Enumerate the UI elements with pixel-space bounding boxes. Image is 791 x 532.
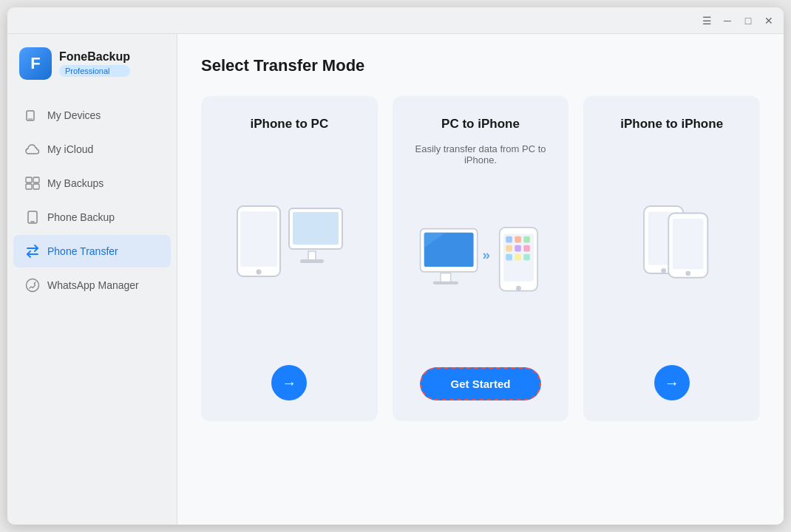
page-title: Select Transfer Mode bbox=[201, 56, 760, 75]
svg-marker-16 bbox=[308, 251, 316, 260]
close-button[interactable]: ✕ bbox=[763, 15, 775, 27]
sidebar-item-my-devices[interactable]: My Devices bbox=[13, 99, 171, 132]
iphone-to-iphone-title: iPhone to iPhone bbox=[620, 117, 723, 132]
sidebar-item-phone-backup[interactable]: Phone Backup bbox=[13, 201, 171, 233]
iphone-to-iphone-illustration bbox=[598, 143, 745, 350]
sidebar-item-label: WhatsApp Manager bbox=[47, 279, 139, 291]
sidebar-item-label: My Devices bbox=[47, 109, 101, 121]
iphone-to-iphone-card: iPhone to iPhone bbox=[583, 96, 760, 421]
svg-rect-31 bbox=[523, 245, 530, 251]
device-icon bbox=[25, 108, 40, 123]
menu-icon: ☰ bbox=[702, 15, 712, 27]
iphone-to-pc-button[interactable]: → bbox=[271, 365, 307, 400]
minimize-button[interactable]: ─ bbox=[722, 15, 733, 27]
whatsapp-icon bbox=[25, 278, 40, 293]
svg-rect-26 bbox=[506, 236, 512, 242]
svg-rect-29 bbox=[506, 245, 512, 251]
svg-marker-21 bbox=[441, 273, 451, 282]
pc-to-iphone-title: PC to iPhone bbox=[441, 117, 520, 132]
svg-rect-34 bbox=[523, 253, 530, 260]
backups-icon bbox=[25, 176, 40, 191]
pc-to-iphone-subtitle: Easily transfer data from PC to iPhone. bbox=[407, 143, 554, 166]
svg-rect-17 bbox=[300, 259, 324, 263]
app-name-block: FoneBackup Professional bbox=[59, 50, 130, 77]
sidebar: F FoneBackup Professional My Devi bbox=[7, 34, 177, 525]
svg-rect-32 bbox=[506, 253, 512, 260]
pc-to-iphone-illustration: » bbox=[407, 180, 554, 352]
arrow-right-icon: → bbox=[282, 375, 296, 392]
close-icon: ✕ bbox=[764, 15, 773, 27]
menu-button[interactable]: ☰ bbox=[701, 15, 713, 27]
sidebar-item-label: Phone Transfer bbox=[47, 245, 118, 257]
svg-text:»: » bbox=[483, 246, 490, 262]
maximize-button[interactable]: □ bbox=[742, 15, 754, 27]
sidebar-header: F FoneBackup Professional bbox=[7, 34, 177, 92]
app-badge: Professional bbox=[59, 65, 130, 77]
app-logo: F bbox=[19, 47, 52, 80]
svg-rect-30 bbox=[515, 245, 521, 251]
svg-rect-27 bbox=[515, 236, 521, 242]
sidebar-item-label: Phone Backup bbox=[47, 211, 115, 223]
sidebar-item-whatsapp-manager[interactable]: WhatsApp Manager bbox=[13, 269, 171, 301]
minimize-icon: ─ bbox=[724, 15, 731, 27]
sidebar-item-label: My iCloud bbox=[47, 143, 93, 155]
svg-rect-3 bbox=[26, 184, 32, 189]
app-name: FoneBackup bbox=[59, 50, 130, 64]
sidebar-nav: My Devices My iCloud bbox=[7, 92, 177, 525]
main-layout: F FoneBackup Professional My Devi bbox=[7, 34, 784, 525]
logo-letter: F bbox=[30, 54, 40, 73]
sidebar-item-phone-transfer[interactable]: Phone Transfer bbox=[13, 235, 171, 267]
svg-rect-4 bbox=[33, 177, 39, 183]
svg-rect-2 bbox=[26, 177, 32, 183]
cloud-icon bbox=[25, 142, 40, 157]
get-started-button[interactable]: Get Started bbox=[420, 367, 542, 400]
svg-point-41 bbox=[685, 271, 690, 276]
arrow-right-icon: → bbox=[665, 375, 679, 392]
cards-row: iPhone to PC bbox=[201, 96, 760, 421]
svg-rect-15 bbox=[293, 212, 339, 245]
iphone-to-pc-illustration bbox=[216, 143, 363, 350]
iphone-to-pc-card: iPhone to PC bbox=[201, 96, 378, 421]
sidebar-item-my-backups[interactable]: My Backups bbox=[13, 167, 171, 200]
svg-point-10 bbox=[27, 279, 39, 292]
svg-rect-5 bbox=[33, 184, 39, 189]
svg-rect-40 bbox=[673, 219, 704, 269]
title-bar: ☰ ─ □ ✕ bbox=[7, 7, 784, 34]
content-area: Select Transfer Mode iPhone to PC bbox=[177, 34, 784, 525]
svg-rect-22 bbox=[433, 281, 458, 284]
iphone-to-pc-title: iPhone to PC bbox=[250, 117, 328, 132]
maximize-icon: □ bbox=[745, 15, 751, 27]
pc-to-iphone-card: PC to iPhone Easily transfer data from P… bbox=[393, 96, 569, 421]
svg-point-38 bbox=[661, 268, 666, 273]
svg-rect-12 bbox=[240, 211, 277, 267]
iphone-to-iphone-button[interactable]: → bbox=[654, 365, 690, 400]
backup-icon bbox=[25, 210, 40, 225]
svg-rect-33 bbox=[515, 253, 521, 260]
sidebar-item-my-icloud[interactable]: My iCloud bbox=[13, 133, 171, 166]
svg-rect-28 bbox=[523, 236, 530, 242]
svg-point-13 bbox=[257, 270, 262, 275]
app-window: ☰ ─ □ ✕ F FoneBackup Professional bbox=[7, 7, 784, 525]
svg-point-35 bbox=[516, 285, 521, 290]
get-started-label: Get Started bbox=[451, 378, 511, 390]
sidebar-item-label: My Backups bbox=[47, 177, 103, 189]
transfer-icon bbox=[25, 244, 40, 259]
